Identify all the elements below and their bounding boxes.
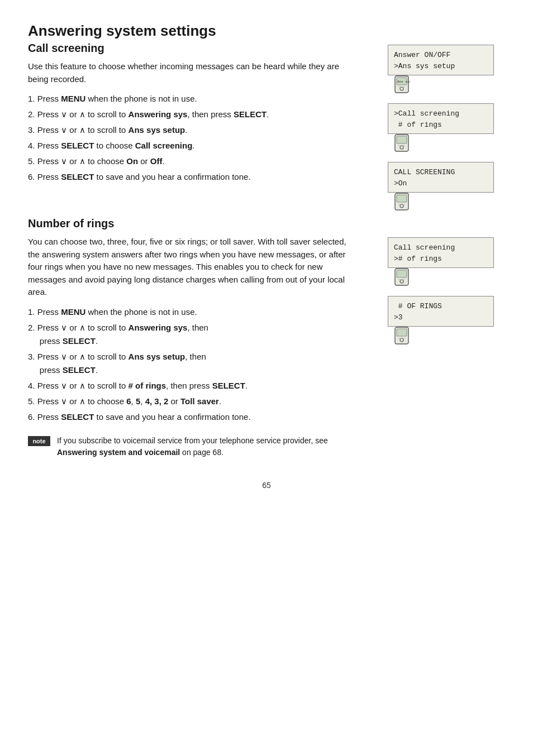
lcd-line1-3: CALL SCREENING (394, 167, 488, 178)
lcd-group-2: >Call screening # of rings (388, 103, 505, 152)
phone-svg-1: Ans sys (393, 75, 410, 93)
phone-svg-2 (393, 134, 410, 152)
svg-rect-10 (397, 195, 407, 202)
step-6b: 6. Press SELECT to save and you hear a c… (28, 410, 352, 424)
lcd-group-5: # OF RINGS >3 (388, 296, 505, 344)
svg-text:Ans sys: Ans sys (397, 80, 410, 84)
svg-rect-18 (397, 329, 407, 336)
left-column: Call screening Use this feature to choos… (28, 42, 388, 458)
phone-icon-2 (388, 134, 494, 152)
svg-rect-6 (397, 136, 407, 143)
note-text: If you subscribe to voicemail service fr… (57, 435, 352, 458)
step-2b: 2. Press ∨ or ∧ to scroll to Answering s… (28, 321, 352, 348)
step-6a: 6. Press SELECT to save and you hear a c… (28, 170, 352, 184)
step-4b: 4. Press ∨ or ∧ to scroll to # of rings,… (28, 379, 352, 393)
step-4a: 4. Press SELECT to choose Call screening… (28, 139, 352, 152)
lcd-screen-2: >Call screening # of rings (388, 103, 494, 134)
page-number: 65 (28, 481, 505, 490)
phone-icon-4 (388, 268, 494, 286)
lcd-line1-4: Call screening (394, 242, 488, 253)
phone-icon-3 (388, 193, 494, 210)
phone-icon-1: Ans sys (388, 75, 494, 93)
lcd-group-1: Answer ON/OFF >Ans sys setup Ans sys (388, 45, 505, 93)
lcd-line2-1: >Ans sys setup (394, 61, 488, 72)
lcd-screen-5: # OF RINGS >3 (388, 296, 494, 327)
number-of-rings-section: Number of rings You can choose two, thre… (28, 217, 371, 458)
call-screening-title: Call screening (28, 42, 371, 55)
call-screening-steps: 1. Press MENU when the phone is not in u… (28, 92, 352, 184)
phone-svg-4 (393, 268, 410, 286)
lcd-group-4: Call screening ># of rings (388, 237, 505, 286)
note-label: note (28, 436, 50, 446)
phone-icon-5 (388, 327, 494, 344)
phone-svg-5 (393, 327, 410, 344)
number-of-rings-intro: You can choose two, three, four, five or… (28, 236, 352, 299)
page-wrapper: Answering system settings Call screening… (28, 22, 505, 490)
lcd-line2-3: >On (394, 178, 488, 189)
lcd-line1-2: >Call screening (394, 108, 488, 119)
lcd-line2-5: >3 (394, 312, 488, 323)
number-of-rings-title: Number of rings (28, 217, 371, 230)
lcd-line1-5: # OF RINGS (394, 301, 488, 312)
lcd-line2-2: # of rings (394, 119, 488, 131)
step-1a: 1. Press MENU when the phone is not in u… (28, 92, 352, 106)
svg-rect-14 (397, 270, 407, 277)
lcd-line1-1: Answer ON/OFF (394, 50, 488, 61)
lcd-group-3: CALL SCREENING >On (388, 162, 505, 210)
step-5b: 5. Press ∨ or ∧ to choose 6, 5, 4, 3, 2 … (28, 395, 352, 408)
step-3b: 3. Press ∨ or ∧ to scroll to Ans sys set… (28, 350, 352, 377)
page-title: Answering system settings (28, 22, 505, 40)
lcd-screen-3: CALL SCREENING >On (388, 162, 494, 193)
main-content: Call screening Use this feature to choos… (28, 42, 505, 458)
step-5a: 5. Press ∨ or ∧ to choose On or Off. (28, 155, 352, 168)
right-column: Answer ON/OFF >Ans sys setup Ans sys (388, 42, 505, 458)
lcd-line2-4: ># of rings (394, 253, 488, 265)
step-1b: 1. Press MENU when the phone is not in u… (28, 305, 352, 319)
step-2a: 2. Press ∨ or ∧ to scroll to Answering s… (28, 108, 352, 121)
number-of-rings-steps: 1. Press MENU when the phone is not in u… (28, 305, 352, 424)
step-3a: 3. Press ∨ or ∧ to scroll to Ans sys set… (28, 123, 352, 137)
call-screening-section: Call screening Use this feature to choos… (28, 42, 371, 184)
lcd-screen-1: Answer ON/OFF >Ans sys setup (388, 45, 494, 75)
phone-svg-3 (393, 193, 410, 210)
note-box: note If you subscribe to voicemail servi… (28, 435, 352, 458)
lcd-screen-4: Call screening ># of rings (388, 237, 494, 268)
call-screening-intro: Use this feature to choose whether incom… (28, 60, 352, 85)
